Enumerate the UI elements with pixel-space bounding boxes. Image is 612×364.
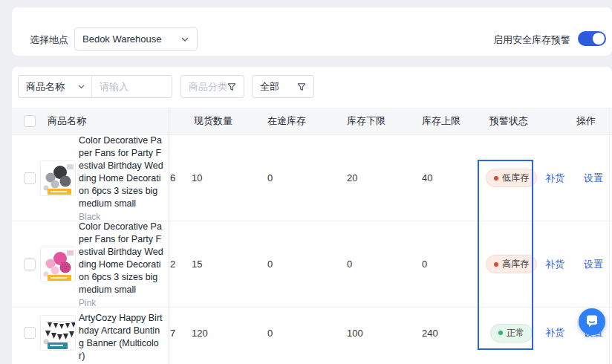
row-actions: 补货 设置 xyxy=(545,135,603,221)
location-toolbar: 选择地点 Bedok Warehouse 启用安全库存预警 xyxy=(12,7,612,56)
header-lower-limit: 库存下限 xyxy=(347,108,385,134)
table-header: 商品名称 现货数量 在途库存 库存下限 库存上限 预警状态 操作 xyxy=(12,108,612,135)
lower-limit-value: 100 xyxy=(347,308,363,358)
table-row: Color Decorative Paper Fans for Party Fe… xyxy=(12,135,612,221)
inventory-alert-page: 选择地点 Bedok Warehouse 启用安全库存预警 商品名称 商品分类 … xyxy=(0,0,612,364)
in-transit-value: 0 xyxy=(267,135,273,221)
alert-status-cell: 低库存 xyxy=(478,135,545,221)
status-dot-icon xyxy=(494,176,498,181)
in-transit-value: 0 xyxy=(267,308,273,358)
status-badge: 低库存 xyxy=(486,169,537,187)
alert-status-cell: 高库存 xyxy=(478,221,545,307)
product-name: Color Decorative Paper Fans for Party Fe… xyxy=(79,134,163,210)
status-filter-value: 全部 xyxy=(260,80,279,94)
row-checkbox[interactable] xyxy=(24,327,36,339)
row-actions: 补货 设置 xyxy=(545,221,603,307)
table-row: Color Decorative Paper Fans for Party Fe… xyxy=(12,221,612,308)
product-image xyxy=(40,221,76,307)
chat-bubble-icon xyxy=(585,313,599,331)
category-filter[interactable]: 商品分类 xyxy=(180,75,244,98)
status-badge: 正常 xyxy=(490,324,533,342)
header-alert-status: 预警状态 xyxy=(489,108,528,134)
toggle-knob xyxy=(593,33,605,45)
select-all-checkbox[interactable] xyxy=(24,115,36,127)
safety-alert-toggle[interactable] xyxy=(578,31,606,46)
product-name: Color Decorative Paper Fans for Party Fe… xyxy=(79,221,163,296)
chat-widget-button[interactable] xyxy=(579,308,605,335)
actions-column-divider xyxy=(609,108,610,364)
filter-funnel-icon xyxy=(297,82,306,91)
on-hand-value: 15 xyxy=(192,221,202,307)
search-field-label: 商品名称 xyxy=(26,80,65,94)
table-row: ArtyCozy Happy Birthday Artcard Bunting … xyxy=(12,308,612,364)
product-name: ArtyCozy Happy Birthday Artcard Bunting … xyxy=(79,312,163,363)
status-badge: 高库存 xyxy=(486,255,537,273)
chevron-down-icon xyxy=(180,35,189,44)
clipped-column-value: 2 xyxy=(170,221,175,307)
on-hand-value: 10 xyxy=(192,135,202,221)
location-select-value: Bedok Warehouse xyxy=(82,33,161,45)
clipped-column-value: 6 xyxy=(170,135,175,221)
status-dot-icon xyxy=(498,331,503,335)
upper-limit-value: 40 xyxy=(422,135,432,221)
location-label: 选择地点 xyxy=(30,33,68,47)
product-name-cell: Color Decorative Paper Fans for Party Fe… xyxy=(79,134,163,222)
header-actions: 操作 xyxy=(576,108,596,134)
select-all-checkbox-cell xyxy=(24,108,36,134)
product-name-cell: ArtyCozy Happy Birthday Artcard Bunting … xyxy=(79,312,163,364)
product-image xyxy=(40,308,76,358)
header-upper-limit: 库存上限 xyxy=(422,108,460,134)
product-variant: Pink xyxy=(79,298,163,308)
filter-funnel-icon xyxy=(227,82,236,91)
on-hand-value: 120 xyxy=(192,308,208,358)
row-checkbox[interactable] xyxy=(24,172,36,184)
replenish-link[interactable]: 补货 xyxy=(545,326,564,339)
header-product: 商品名称 xyxy=(48,108,86,134)
alert-status-cell: 正常 xyxy=(478,308,545,358)
clipped-column-value: 7 xyxy=(170,308,175,358)
status-dot-icon xyxy=(494,262,498,267)
upper-limit-value: 0 xyxy=(422,221,427,307)
location-select[interactable]: Bedok Warehouse xyxy=(74,27,198,51)
search-field-select[interactable]: 商品名称 xyxy=(19,76,92,97)
in-transit-value: 0 xyxy=(267,221,273,307)
product-search-combo: 商品名称 xyxy=(18,75,172,98)
product-name-cell: Color Decorative Paper Fans for Party Fe… xyxy=(79,221,163,308)
header-on-hand: 现货数量 xyxy=(194,108,232,134)
search-input[interactable] xyxy=(92,76,172,97)
settings-link[interactable]: 设置 xyxy=(584,258,603,271)
lower-limit-value: 0 xyxy=(347,221,352,307)
lower-limit-value: 20 xyxy=(347,135,357,221)
chevron-down-icon xyxy=(77,82,85,91)
fixed-column-divider xyxy=(169,108,169,364)
settings-link[interactable]: 设置 xyxy=(584,172,603,185)
product-image xyxy=(40,135,76,221)
header-in-transit: 在途库存 xyxy=(267,108,306,134)
upper-limit-value: 240 xyxy=(422,308,438,358)
category-filter-label: 商品分类 xyxy=(189,80,227,94)
safety-alert-toggle-label: 启用安全库存预警 xyxy=(493,33,570,47)
replenish-link[interactable]: 补货 xyxy=(545,172,564,185)
row-checkbox[interactable] xyxy=(24,259,36,270)
replenish-link[interactable]: 补货 xyxy=(545,258,564,271)
status-filter[interactable]: 全部 xyxy=(252,75,314,98)
